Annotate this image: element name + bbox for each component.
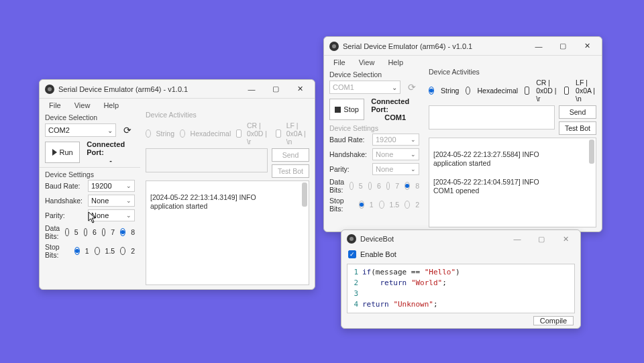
app-icon: [329, 42, 339, 51]
databits-8[interactable]: [120, 228, 125, 236]
menu-view[interactable]: View: [68, 100, 97, 111]
chevron-down-icon: ⌄: [392, 84, 397, 91]
stop-icon: [335, 107, 341, 113]
cr-checkbox[interactable]: [525, 87, 529, 95]
parity-select: None⌄: [372, 163, 419, 175]
compile-button[interactable]: Compile: [533, 316, 574, 325]
send-input[interactable]: [429, 105, 555, 129]
menu-help[interactable]: Help: [97, 100, 125, 111]
port-select: COM1⌄: [329, 81, 400, 94]
format-string-radio[interactable]: [429, 87, 434, 95]
enable-bot-checkbox[interactable]: [348, 250, 356, 258]
stop-button[interactable]: Stop: [329, 99, 364, 120]
connected-port: Connected Port: COM1: [371, 97, 419, 121]
stopbits-row: Stop Bits: 1 1.5 2: [40, 242, 140, 260]
handshake-select: None⌄: [372, 148, 419, 160]
chevron-down-icon: ⌄: [107, 127, 113, 134]
window-title: DeviceBot: [360, 235, 505, 243]
enable-bot-label: Enable Bot: [360, 250, 396, 258]
window-title: Serial Device Emulator (arm64) - v1.0.1: [58, 85, 239, 93]
lf-checkbox[interactable]: [564, 87, 569, 95]
line-gutter: 1234: [350, 267, 362, 310]
app-icon: [347, 234, 356, 244]
menu-help[interactable]: Help: [381, 57, 410, 68]
scrollbar-thumb[interactable]: [589, 140, 594, 164]
cr-checkbox: [236, 129, 241, 138]
send-button[interactable]: Send: [559, 105, 596, 119]
stopbits-1.5: [379, 201, 384, 209]
play-icon: [52, 149, 57, 156]
port-select[interactable]: COM2⌄: [45, 123, 116, 137]
minimize-button[interactable]: —: [239, 81, 264, 98]
device-activities-label: Device Activities: [146, 109, 309, 119]
window-emulator-com1: Serial Device Emulator (arm64) - v1.0.1 …: [323, 36, 602, 232]
testbot-button: Test Bot: [272, 164, 309, 178]
lf-checkbox: [276, 129, 281, 138]
maximize-button[interactable]: ▢: [264, 81, 288, 98]
databits-row: Data Bits: 5 6 7 8: [324, 176, 425, 195]
window-title: Serial Device Emulator (arm64) - v1.0.1: [343, 42, 527, 50]
maximize-button[interactable]: ▢: [551, 38, 575, 55]
minimize-button[interactable]: —: [527, 38, 551, 55]
port-value: COM1: [333, 83, 354, 91]
format-hex-radio: [180, 129, 185, 138]
refresh-button: ⟳: [405, 80, 419, 95]
titlebar[interactable]: Serial Device Emulator (arm64) - v1.0.1 …: [40, 80, 315, 99]
handshake-select[interactable]: None⌄: [88, 195, 135, 207]
connected-port: Connected Port: -: [87, 140, 135, 164]
format-string-radio: [146, 129, 151, 138]
close-button[interactable]: ✕: [288, 81, 312, 98]
code-content: if(message == "Hello") return "World"; r…: [362, 267, 460, 310]
close-button[interactable]: ✕: [553, 230, 578, 248]
activity-log[interactable]: [2024-05-22 22:13:27.5584] INFO applicat…: [429, 138, 596, 227]
scrollbar-thumb[interactable]: [302, 183, 307, 207]
device-settings-label: Device Settings: [324, 123, 425, 132]
send-input: [146, 148, 268, 172]
window-devicebot: DeviceBot — ▢ ✕ Enable Bot 1234 if(messa…: [341, 229, 581, 329]
baud-select: 19200⌄: [372, 134, 419, 146]
close-button[interactable]: ✕: [575, 38, 599, 55]
databits-6[interactable]: [84, 228, 87, 236]
databits-6: [368, 182, 372, 190]
device-activities-label: Device Activities: [429, 66, 596, 76]
format-hex-radio[interactable]: [466, 87, 470, 95]
testbot-button[interactable]: Test Bot: [559, 121, 596, 135]
run-button[interactable]: Run: [45, 142, 80, 163]
databits-7[interactable]: [102, 228, 105, 236]
refresh-button[interactable]: ⟳: [120, 123, 135, 138]
databits-8: [405, 182, 410, 190]
device-selection-label: Device Selection: [40, 112, 140, 121]
menu-view[interactable]: View: [352, 57, 382, 68]
port-value: COM2: [48, 126, 70, 134]
menu-file[interactable]: File: [327, 57, 352, 68]
databits-7: [386, 182, 390, 190]
stopbits-row: Stop Bits: 1 1.5 2: [324, 195, 425, 214]
activity-log[interactable]: [2024-05-22 22:13:14.3149] INFO applicat…: [146, 180, 309, 285]
databits-5[interactable]: [65, 228, 68, 236]
stopbits-1.5[interactable]: [95, 247, 100, 255]
code-editor[interactable]: 1234 if(message == "Hello") return "Worl…: [347, 264, 575, 313]
window-emulator-com2: Serial Device Emulator (arm64) - v1.0.1 …: [39, 79, 315, 290]
stopbits-1: [359, 201, 364, 209]
menu-file[interactable]: File: [42, 100, 68, 111]
minimize-button[interactable]: —: [505, 230, 529, 248]
baud-select[interactable]: 19200⌄: [88, 180, 135, 192]
titlebar[interactable]: DeviceBot — ▢ ✕: [341, 230, 580, 248]
stopbits-1[interactable]: [74, 247, 80, 255]
device-selection-label: Device Selection: [324, 69, 425, 79]
maximize-button[interactable]: ▢: [529, 230, 553, 248]
titlebar[interactable]: Serial Device Emulator (arm64) - v1.0.1 …: [324, 37, 602, 56]
databits-row: Data Bits: 5 6 7 8: [40, 223, 140, 242]
device-settings-label: Device Settings: [40, 169, 140, 178]
parity-select[interactable]: None⌄: [88, 209, 135, 221]
send-button: Send: [272, 148, 309, 162]
stopbits-2[interactable]: [120, 247, 125, 255]
stopbits-2: [405, 201, 410, 209]
databits-5: [350, 182, 353, 190]
app-icon: [45, 85, 54, 94]
